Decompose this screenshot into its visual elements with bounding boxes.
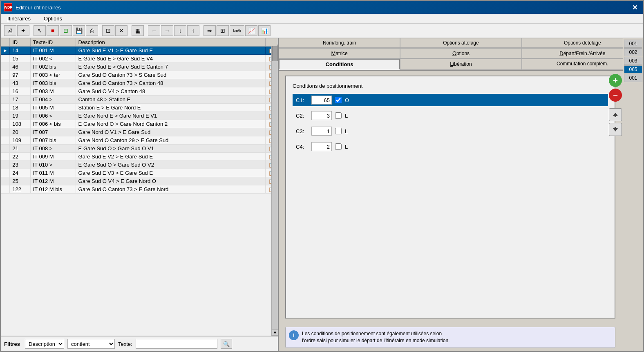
- table-row[interactable]: 22 IT 009 M Gare Sud E V2 > E Gare Sud E…: [1, 153, 278, 161]
- tb-chart-button[interactable]: 📈: [245, 25, 257, 36]
- condition-label-c4: C4:: [296, 144, 308, 150]
- tb-stats-button[interactable]: 📊: [258, 25, 271, 36]
- main-content: ID Texte-ID Description ▶ 14 IT 001 M Ga…: [1, 38, 643, 351]
- tb-green-button[interactable]: ⊟: [60, 25, 72, 36]
- tb-speed-button[interactable]: km/h: [230, 25, 244, 36]
- table-row[interactable]: 23 IT 010 > E Gare Sud O > Gare Sud O V2…: [1, 161, 278, 169]
- menu-itineraires[interactable]: Itinéraires: [4, 15, 34, 22]
- table-row[interactable]: 19 IT 006 < E Gare Nord E > Gare Nord E …: [1, 112, 278, 120]
- tb-print-button[interactable]: 🖨: [4, 25, 16, 36]
- row-indicator: [1, 79, 10, 87]
- tb-new-button[interactable]: ✦: [17, 25, 29, 36]
- condition-letter-c1: O: [345, 97, 349, 103]
- number-065: 065: [624, 65, 642, 74]
- row-indicator: [1, 120, 10, 128]
- condition-letter-c3: L: [345, 128, 348, 134]
- add-condition-button[interactable]: +: [609, 74, 622, 87]
- tb-export-button[interactable]: ⇒: [203, 25, 216, 36]
- condition-row-c3: C3: L: [293, 125, 608, 137]
- menu-options[interactable]: Options: [40, 15, 65, 22]
- condition-row-c2: C2: L: [293, 109, 608, 122]
- table-row[interactable]: 46 IT 002 bis E Gare Sud E > Gare Sud E …: [1, 63, 278, 71]
- scroll-down-arrow[interactable]: ▼: [272, 329, 278, 336]
- tb-delete-button[interactable]: ✕: [115, 25, 127, 36]
- row-textid: IT 012 M bis: [30, 185, 76, 194]
- row-id: 23: [10, 161, 30, 169]
- row-id: 108: [10, 120, 30, 128]
- tab-liberation[interactable]: Libération: [400, 59, 521, 70]
- row-textid: IT 002 <: [30, 55, 76, 63]
- table-row[interactable]: 16 IT 003 M Gare Sud O V4 > Canton 48 📋: [1, 87, 278, 96]
- tb-back-button[interactable]: ←: [148, 25, 160, 36]
- tb-forward-button[interactable]: →: [161, 25, 173, 36]
- table-row[interactable]: ▶ 14 IT 001 M Gare Sud E V1 > E Gare Sud…: [1, 47, 278, 55]
- condition-check-c3[interactable]: [335, 128, 342, 134]
- tb-print2-button[interactable]: ⎙: [86, 25, 98, 36]
- tab-options-attelage[interactable]: Options attelage: [400, 38, 521, 48]
- tb-red-button[interactable]: ■: [47, 25, 59, 36]
- tb-select-button[interactable]: ↖: [34, 25, 46, 36]
- table-row[interactable]: 97 IT 003 < ter Gare Sud O Canton 73 > S…: [1, 71, 278, 79]
- app-icon: WDP: [4, 3, 12, 11]
- row-indicator: [1, 112, 10, 120]
- tb-clip-button[interactable]: ⊡: [102, 25, 114, 36]
- close-button[interactable]: ✕: [630, 3, 640, 12]
- table-row[interactable]: 18 IT 005 M Station E > E Gare Nord E 📋: [1, 104, 278, 112]
- table-row[interactable]: 25 IT 012 M Gare Sud O V4 > E Gare Nord …: [1, 177, 278, 185]
- filter-text-input[interactable]: [136, 339, 217, 349]
- table-scroll[interactable]: ID Texte-ID Description ▶ 14 IT 001 M Ga…: [1, 38, 278, 336]
- row-desc: E Gare Nord O > Gare Nord Canton 2: [76, 120, 265, 128]
- number-001b: 001: [624, 74, 642, 82]
- tb-down-button[interactable]: ↓: [174, 25, 186, 36]
- table-row[interactable]: 20 IT 007 Gare Nord O V1 > E Gare Sud 📋: [1, 128, 278, 136]
- table-row[interactable]: 21 IT 008 > E Gare Sud O > Gare Sud O V1…: [1, 145, 278, 153]
- row-indicator: [1, 104, 10, 112]
- tab-matrice[interactable]: Matrice: [279, 48, 400, 58]
- condition-input-c4[interactable]: [311, 142, 332, 151]
- filter-field-select[interactable]: Description ID Texte-ID: [25, 339, 64, 349]
- row-id: 22: [10, 153, 30, 161]
- condition-check-c1[interactable]: [335, 97, 342, 103]
- row-indicator: ▶: [1, 47, 10, 55]
- condition-letter-c2: L: [345, 113, 348, 119]
- filter-text-label: Texte:: [118, 341, 132, 347]
- move-down-button[interactable]: [609, 123, 622, 136]
- table-row[interactable]: 17 IT 004 > Canton 48 > Station E 📋: [1, 96, 278, 104]
- remove-condition-button[interactable]: −: [609, 89, 622, 102]
- tb-save-button[interactable]: 💾: [73, 25, 85, 36]
- number-001a: 001: [624, 40, 642, 48]
- itineraires-table: ID Texte-ID Description ▶ 14 IT 001 M Ga…: [1, 38, 278, 194]
- row-textid: IT 005 M: [30, 104, 76, 112]
- tab-options[interactable]: Options: [400, 48, 521, 58]
- move-up-button[interactable]: [609, 108, 622, 121]
- condition-check-c4[interactable]: [335, 143, 342, 150]
- number-002: 002: [624, 48, 642, 56]
- filter-search-button[interactable]: 🔍: [221, 339, 232, 349]
- row-textid: IT 006 < bis: [30, 120, 76, 128]
- info-icon: i: [289, 330, 299, 340]
- tab-nom-train[interactable]: Nom/long. train: [279, 38, 400, 48]
- condition-check-c2[interactable]: [335, 112, 342, 119]
- table-scrollbar[interactable]: ▲ ▼: [271, 38, 278, 336]
- title-bar: WDP Editeur d'itinéraires ✕: [1, 1, 643, 14]
- tab-conditions[interactable]: Conditions: [279, 59, 400, 70]
- condition-input-c2[interactable]: [311, 111, 332, 120]
- right-numbers: 001 002 003 065 001: [623, 38, 643, 84]
- row-textid: IT 006 <: [30, 112, 76, 120]
- table-row[interactable]: 24 IT 011 M Gare Sud E V3 > E Gare Sud E…: [1, 169, 278, 177]
- tb-up-button[interactable]: ↑: [187, 25, 199, 36]
- table-row[interactable]: 108 IT 006 < bis E Gare Nord O > Gare No…: [1, 120, 278, 128]
- row-indicator: [1, 169, 10, 177]
- tb-grid2-button[interactable]: ⊞: [217, 25, 229, 36]
- scroll-track[interactable]: [272, 45, 278, 329]
- condition-input-c3[interactable]: [311, 127, 332, 136]
- table-row[interactable]: 122 IT 012 M bis Gare Sud O Canton 73 > …: [1, 185, 278, 194]
- filter-operator-select[interactable]: contient égal commence par: [67, 339, 115, 349]
- tb-grid-button[interactable]: ▦: [132, 25, 144, 36]
- col-header-indicator: [1, 38, 10, 47]
- table-row[interactable]: 15 IT 002 < E Gare Sud E > Gare Sud E V4…: [1, 55, 278, 63]
- table-row[interactable]: 109 IT 007 bis Gare Nord O Canton 29 > E…: [1, 136, 278, 145]
- table-row[interactable]: 43 IT 003 bis Gare Sud O Canton 73 > Can…: [1, 79, 278, 87]
- main-window: WDP Editeur d'itinéraires ✕ Itinéraires …: [0, 0, 644, 352]
- condition-input-c1[interactable]: [311, 96, 332, 105]
